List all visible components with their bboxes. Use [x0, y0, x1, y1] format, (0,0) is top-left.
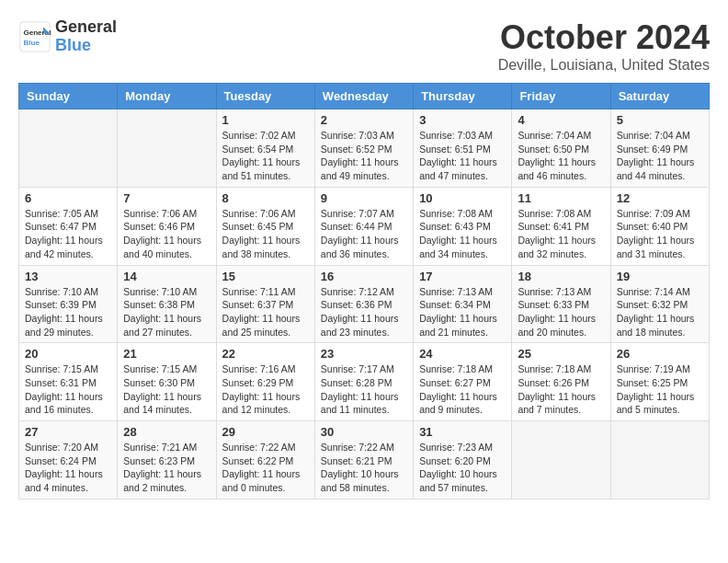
day-info: Sunrise: 7:22 AMSunset: 6:22 PMDaylight:…: [222, 441, 309, 495]
logo: General Blue General Blue: [18, 18, 117, 55]
day-number: 29: [222, 425, 309, 439]
day-number: 21: [123, 347, 210, 361]
col-friday: Friday: [512, 84, 610, 109]
day-info: Sunrise: 7:13 AMSunset: 6:34 PMDaylight:…: [419, 285, 506, 339]
calendar-week-row: 6Sunrise: 7:05 AMSunset: 6:47 PMDaylight…: [19, 187, 710, 265]
day-info: Sunrise: 7:03 AMSunset: 6:51 PMDaylight:…: [419, 129, 506, 183]
table-row: 25Sunrise: 7:18 AMSunset: 6:26 PMDayligh…: [512, 343, 610, 421]
calendar-week-row: 27Sunrise: 7:20 AMSunset: 6:24 PMDayligh…: [19, 421, 710, 500]
day-info: Sunrise: 7:08 AMSunset: 6:41 PMDaylight:…: [518, 207, 604, 261]
day-number: 1: [222, 113, 309, 127]
day-info: Sunrise: 7:17 AMSunset: 6:28 PMDaylight:…: [321, 362, 407, 417]
table-row: 14Sunrise: 7:10 AMSunset: 6:38 PMDayligh…: [118, 265, 216, 343]
day-info: Sunrise: 7:10 AMSunset: 6:38 PMDaylight:…: [123, 285, 210, 339]
table-row: 27Sunrise: 7:20 AMSunset: 6:24 PMDayligh…: [19, 421, 118, 500]
table-row: 6Sunrise: 7:05 AMSunset: 6:47 PMDaylight…: [19, 187, 118, 265]
table-row: 20Sunrise: 7:15 AMSunset: 6:31 PMDayligh…: [19, 343, 118, 421]
table-row: 9Sunrise: 7:07 AMSunset: 6:44 PMDaylight…: [314, 187, 413, 265]
day-info: Sunrise: 7:18 AMSunset: 6:26 PMDaylight:…: [518, 362, 604, 417]
table-row: 15Sunrise: 7:11 AMSunset: 6:37 PMDayligh…: [216, 265, 314, 343]
day-number: 18: [518, 270, 604, 283]
day-number: 28: [123, 425, 210, 439]
logo-text: General Blue: [55, 18, 117, 55]
day-info: Sunrise: 7:06 AMSunset: 6:45 PMDaylight:…: [222, 207, 309, 261]
day-number: 5: [617, 113, 703, 127]
table-row: 19Sunrise: 7:14 AMSunset: 6:32 PMDayligh…: [610, 265, 709, 343]
day-info: Sunrise: 7:15 AMSunset: 6:31 PMDaylight:…: [25, 362, 111, 417]
day-info: Sunrise: 7:02 AMSunset: 6:54 PMDaylight:…: [222, 129, 309, 183]
table-row: 18Sunrise: 7:13 AMSunset: 6:33 PMDayligh…: [512, 265, 610, 343]
day-info: Sunrise: 7:04 AMSunset: 6:49 PMDaylight:…: [617, 129, 703, 183]
calendar-header-row: Sunday Monday Tuesday Wednesday Thursday…: [19, 84, 710, 109]
day-info: Sunrise: 7:09 AMSunset: 6:40 PMDaylight:…: [617, 207, 703, 261]
day-info: Sunrise: 7:11 AMSunset: 6:37 PMDaylight:…: [222, 285, 309, 339]
calendar-week-row: 13Sunrise: 7:10 AMSunset: 6:39 PMDayligh…: [19, 265, 710, 343]
table-row: 1Sunrise: 7:02 AMSunset: 6:54 PMDaylight…: [216, 109, 314, 188]
day-number: 19: [617, 270, 703, 283]
table-row: [512, 421, 610, 500]
day-number: 10: [419, 191, 506, 205]
table-row: 23Sunrise: 7:17 AMSunset: 6:28 PMDayligh…: [314, 343, 413, 421]
table-row: 2Sunrise: 7:03 AMSunset: 6:52 PMDaylight…: [314, 109, 413, 188]
day-number: 7: [123, 191, 210, 205]
col-sunday: Sunday: [19, 84, 118, 109]
day-info: Sunrise: 7:10 AMSunset: 6:39 PMDaylight:…: [25, 285, 111, 339]
col-wednesday: Wednesday: [314, 84, 413, 109]
table-row: 13Sunrise: 7:10 AMSunset: 6:39 PMDayligh…: [19, 265, 118, 343]
col-monday: Monday: [118, 84, 216, 109]
day-number: 30: [321, 425, 407, 439]
month-year-title: October 2024: [498, 18, 710, 57]
calendar-table: Sunday Monday Tuesday Wednesday Thursday…: [18, 83, 710, 500]
day-info: Sunrise: 7:23 AMSunset: 6:20 PMDaylight:…: [419, 441, 506, 495]
table-row: 10Sunrise: 7:08 AMSunset: 6:43 PMDayligh…: [414, 187, 512, 265]
table-row: [118, 109, 216, 188]
calendar-week-row: 1Sunrise: 7:02 AMSunset: 6:54 PMDaylight…: [19, 109, 710, 188]
day-info: Sunrise: 7:05 AMSunset: 6:47 PMDaylight:…: [25, 207, 111, 261]
table-row: 12Sunrise: 7:09 AMSunset: 6:40 PMDayligh…: [610, 187, 709, 265]
day-info: Sunrise: 7:19 AMSunset: 6:25 PMDaylight:…: [617, 362, 703, 417]
title-block: October 2024 Deville, Louisiana, United …: [498, 18, 710, 74]
day-info: Sunrise: 7:06 AMSunset: 6:46 PMDaylight:…: [123, 207, 210, 261]
day-number: 12: [617, 191, 703, 205]
table-row: 22Sunrise: 7:16 AMSunset: 6:29 PMDayligh…: [216, 343, 314, 421]
day-number: 31: [419, 425, 506, 439]
table-row: 7Sunrise: 7:06 AMSunset: 6:46 PMDaylight…: [118, 187, 216, 265]
day-number: 3: [419, 113, 506, 127]
day-number: 20: [25, 347, 111, 361]
table-row: 3Sunrise: 7:03 AMSunset: 6:51 PMDaylight…: [414, 109, 512, 188]
logo-icon: General Blue: [18, 20, 51, 53]
day-number: 11: [518, 191, 604, 205]
table-row: 21Sunrise: 7:15 AMSunset: 6:30 PMDayligh…: [118, 343, 216, 421]
day-number: 14: [123, 270, 210, 283]
table-row: 28Sunrise: 7:21 AMSunset: 6:23 PMDayligh…: [118, 421, 216, 500]
day-info: Sunrise: 7:20 AMSunset: 6:24 PMDaylight:…: [25, 441, 111, 495]
table-row: 5Sunrise: 7:04 AMSunset: 6:49 PMDaylight…: [610, 109, 709, 188]
day-number: 26: [617, 347, 703, 361]
day-number: 15: [222, 270, 309, 283]
day-info: Sunrise: 7:18 AMSunset: 6:27 PMDaylight:…: [419, 362, 506, 417]
day-number: 8: [222, 191, 309, 205]
day-number: 27: [25, 425, 111, 439]
table-row: 16Sunrise: 7:12 AMSunset: 6:36 PMDayligh…: [314, 265, 413, 343]
table-row: 4Sunrise: 7:04 AMSunset: 6:50 PMDaylight…: [512, 109, 610, 188]
table-row: 30Sunrise: 7:22 AMSunset: 6:21 PMDayligh…: [314, 421, 413, 500]
calendar-week-row: 20Sunrise: 7:15 AMSunset: 6:31 PMDayligh…: [19, 343, 710, 421]
day-number: 24: [419, 347, 506, 361]
day-info: Sunrise: 7:14 AMSunset: 6:32 PMDaylight:…: [617, 285, 703, 339]
day-number: 4: [518, 113, 604, 127]
table-row: 31Sunrise: 7:23 AMSunset: 6:20 PMDayligh…: [414, 421, 512, 500]
col-saturday: Saturday: [610, 84, 709, 109]
day-info: Sunrise: 7:04 AMSunset: 6:50 PMDaylight:…: [518, 129, 604, 183]
day-info: Sunrise: 7:15 AMSunset: 6:30 PMDaylight:…: [123, 362, 210, 417]
logo-general-text: General: [55, 18, 117, 37]
logo-blue-text: Blue: [55, 37, 117, 55]
table-row: 11Sunrise: 7:08 AMSunset: 6:41 PMDayligh…: [512, 187, 610, 265]
day-info: Sunrise: 7:16 AMSunset: 6:29 PMDaylight:…: [222, 362, 309, 417]
col-tuesday: Tuesday: [216, 84, 314, 109]
day-number: 22: [222, 347, 309, 361]
day-number: 6: [25, 191, 111, 205]
table-row: 17Sunrise: 7:13 AMSunset: 6:34 PMDayligh…: [414, 265, 512, 343]
day-info: Sunrise: 7:22 AMSunset: 6:21 PMDaylight:…: [321, 441, 407, 495]
day-number: 16: [321, 270, 407, 283]
table-row: [610, 421, 709, 500]
